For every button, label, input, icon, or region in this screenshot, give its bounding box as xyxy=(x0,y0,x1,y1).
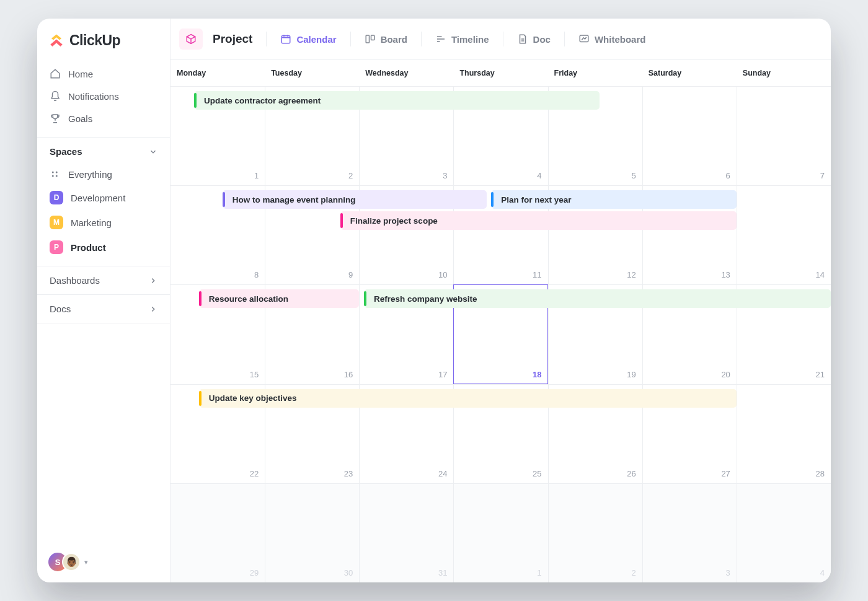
day-number: 7 xyxy=(820,171,825,180)
calendar-cell[interactable]: 6 xyxy=(642,86,737,185)
day-number: 21 xyxy=(816,370,825,379)
caret-down-icon: ▾ xyxy=(84,558,88,566)
day-number: 2 xyxy=(348,171,353,180)
calendar-event[interactable]: Finalize project scope xyxy=(340,211,737,230)
calendar-cell[interactable]: 31 xyxy=(359,483,453,582)
doc-icon xyxy=(517,33,528,45)
sidebar-item-label: Development xyxy=(71,193,125,203)
board-icon xyxy=(365,33,376,45)
svg-rect-4 xyxy=(282,36,291,43)
calendar-icon xyxy=(280,33,291,45)
sidebar-item-dashboards[interactable]: Dashboards xyxy=(37,266,170,294)
event-title: Finalize project scope xyxy=(350,216,438,226)
bell-icon xyxy=(50,90,61,102)
whiteboard-icon xyxy=(578,33,590,45)
calendar-cell[interactable]: 28 xyxy=(737,384,831,483)
view-tab-label: Calendar xyxy=(296,34,336,45)
calendar-cell[interactable]: 1 xyxy=(453,483,547,582)
day-number: 16 xyxy=(344,370,353,379)
spaces-header-label: Spaces xyxy=(50,146,82,157)
sidebar-item-everything[interactable]: Everything xyxy=(37,163,170,185)
timeline-icon xyxy=(435,33,446,45)
day-header: Sunday xyxy=(737,60,831,86)
view-tab-whiteboard[interactable]: Whiteboard xyxy=(571,29,653,50)
day-number: 3 xyxy=(726,568,730,577)
day-number: 15 xyxy=(250,370,259,379)
sidebar-item-label: Docs xyxy=(50,304,71,314)
brand[interactable]: ClickUp xyxy=(37,19,170,60)
event-accent-bar xyxy=(364,291,366,306)
calendar-event[interactable]: Refresh company website xyxy=(364,289,831,308)
day-number: 4 xyxy=(537,171,541,180)
calendar-cell[interactable]: 29 xyxy=(170,483,265,582)
calendar-cell[interactable]: 30 xyxy=(265,483,359,582)
sidebar-item-development[interactable]: D Development xyxy=(37,185,170,210)
separator xyxy=(503,32,503,46)
nav-goals[interactable]: Goals xyxy=(43,107,164,129)
nav-notifications[interactable]: Notifications xyxy=(43,85,164,107)
sidebar-item-marketing[interactable]: M Marketing xyxy=(37,210,170,235)
nav-home[interactable]: Home xyxy=(43,63,164,85)
day-number: 29 xyxy=(250,568,259,577)
cube-icon xyxy=(185,33,197,45)
view-tab-timeline[interactable]: Timeline xyxy=(428,29,497,50)
chevron-down-icon xyxy=(149,147,157,156)
calendar-event[interactable]: How to manage event planning xyxy=(223,190,487,209)
separator xyxy=(421,32,422,46)
day-number: 22 xyxy=(250,469,259,478)
day-number: 3 xyxy=(443,171,447,180)
day-number: 17 xyxy=(438,370,447,379)
day-number: 2 xyxy=(631,568,636,577)
event-accent-bar xyxy=(340,213,343,228)
view-tab-board[interactable]: Board xyxy=(357,29,415,50)
main-content: Project Calendar Board Timeline Doc xyxy=(170,19,831,582)
view-tab-label: Timeline xyxy=(451,34,489,45)
sidebar: ClickUp Home Notifications Goals Spaces … xyxy=(37,19,170,582)
separator xyxy=(350,32,351,46)
calendar-cell[interactable]: 3 xyxy=(642,483,737,582)
day-header: Friday xyxy=(548,60,642,86)
brand-name: ClickUp xyxy=(69,32,120,49)
event-title: Resource allocation xyxy=(209,294,288,304)
event-title: Plan for next year xyxy=(501,195,571,204)
day-number: 18 xyxy=(533,370,541,379)
day-number: 8 xyxy=(254,270,259,279)
calendar-event[interactable]: Update contractor agreement xyxy=(194,91,600,110)
svg-rect-5 xyxy=(366,35,369,43)
day-number: 27 xyxy=(721,469,730,478)
view-tab-label: Board xyxy=(381,34,407,45)
spaces-header[interactable]: Spaces xyxy=(37,137,170,163)
calendar-cell[interactable]: 7 xyxy=(737,86,831,185)
separator xyxy=(266,32,267,46)
day-number: 19 xyxy=(627,370,636,379)
chevron-right-icon xyxy=(149,276,157,285)
home-icon xyxy=(50,68,61,79)
space-badge: P xyxy=(50,240,63,254)
day-number: 14 xyxy=(816,270,825,279)
day-number: 4 xyxy=(820,568,825,577)
event-title: Update key objectives xyxy=(209,393,297,403)
sidebar-item-docs[interactable]: Docs xyxy=(37,294,170,323)
calendar-event[interactable]: Resource allocation xyxy=(199,289,360,308)
calendar-cell[interactable]: 4 xyxy=(737,483,831,582)
project-icon-badge[interactable] xyxy=(179,29,203,50)
sidebar-item-product[interactable]: P Product xyxy=(37,235,170,260)
view-tab-doc[interactable]: Doc xyxy=(510,29,558,50)
calendar-event[interactable]: Update key objectives xyxy=(199,389,737,408)
user-switcher[interactable]: S 👨🏾 ▾ xyxy=(48,553,88,571)
space-badge: M xyxy=(50,216,63,229)
view-tab-label: Doc xyxy=(533,34,551,45)
calendar-event[interactable]: Plan for next year xyxy=(491,190,737,209)
calendar-cell[interactable]: 14 xyxy=(737,185,831,284)
svg-point-1 xyxy=(56,172,58,173)
calendar-cell[interactable]: 2 xyxy=(548,483,642,582)
day-number: 30 xyxy=(344,568,353,577)
view-tab-calendar[interactable]: Calendar xyxy=(273,29,343,50)
svg-point-3 xyxy=(56,175,58,177)
sidebar-item-label: Product xyxy=(71,242,106,253)
clickup-logo-icon xyxy=(48,33,64,49)
day-number: 20 xyxy=(721,370,730,379)
svg-point-2 xyxy=(52,175,54,177)
day-header: Wednesday xyxy=(359,60,453,86)
sidebar-item-label: Everything xyxy=(68,169,112,180)
